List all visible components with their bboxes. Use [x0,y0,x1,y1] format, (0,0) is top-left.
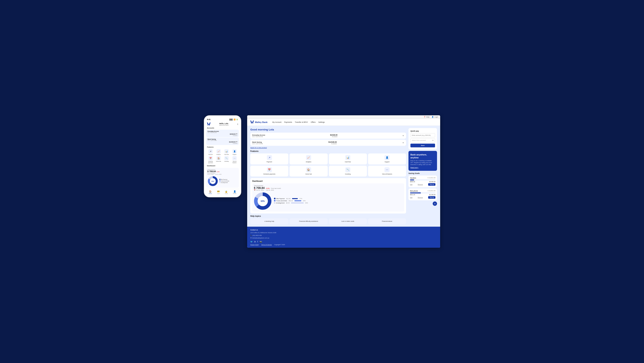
phone-account-saving[interactable]: Bank Saving ACC 1234 56789 $12348.00 👁 A… [206,137,239,145]
help-lost-cards[interactable]: Lost or stolen cards [329,218,367,225]
feature-investing[interactable]: 📉 Investing [329,166,367,176]
nav-offers[interactable]: Offers [311,121,316,123]
goal-vacation: Vacation 6 months left $500.00 $3,000.00… [408,175,437,187]
nav-my-account[interactable]: My Account [272,121,282,123]
feature-label-viewall: View all features [382,173,392,175]
phone-feature-homehub[interactable]: 🏠 Home hub [215,156,222,163]
phone-account-amount-1: $2348.00 👁 [208,133,238,135]
features-title: Features [250,150,406,152]
goal-vacation-edit[interactable]: Edit [410,184,412,185]
nav-logo-text: Walley Bank [255,121,268,123]
goal-vacation-topup[interactable]: Top up [428,183,436,186]
save-button[interactable]: Save [410,144,435,147]
phone-nav-card[interactable]: 💳 Card [217,190,220,194]
phone-nav-home[interactable]: 🏠 Home [209,190,212,194]
phone-time: 9:41 [207,118,210,120]
donut-chart: 63% [254,192,272,210]
phone-feature-viewall[interactable]: ⋯ View all features [231,156,238,163]
phone-feature-label-investing: Investing [224,161,229,162]
desktop-browser: ❓ Help 👤 Login Walley Bank My Account Pa… [247,115,440,248]
terms-of-service-link[interactable]: Terms Of Service [261,244,272,245]
account-eye-2[interactable]: 👁 [402,142,404,144]
promo-title: Bank anywhere, anytime [410,153,435,159]
feature-analytics[interactable]: 📈 Analytics [290,153,328,164]
feature-cashflow[interactable]: 📊 Cash flow [329,153,367,164]
privacy-policy-link[interactable]: Privacy Policy [250,244,259,245]
promo-card: Bank anywhere, anytime Easy to use, e-ba… [408,151,437,171]
phone-feature-schedule[interactable]: 📅 Schedule payments [207,156,214,163]
goal-vacation-name: Vacation [410,177,416,179]
feature-viewall[interactable]: ⋯ View all features [368,166,406,176]
goal-vacation-remove[interactable]: Remove [418,184,423,185]
feature-label-investing: Investing [345,173,350,175]
schedule-icon: 📅 [267,167,272,172]
help-financial-difficulty[interactable]: Financial difficulty assistance [290,218,328,225]
phone-feature-analytics[interactable]: 📈 Analytics [215,149,222,155]
feature-support[interactable]: 👤 Support [368,153,406,164]
account-everyday[interactable]: Everyday Access ACC 1234 56789 $2348.00 … [250,133,406,139]
help-financial-abuse[interactable]: Financial abuse [368,218,406,225]
phone-feature-cashflow[interactable]: 📊 Cash flow [223,149,230,155]
account-num-1: ACC 1234 56789 [252,136,265,137]
copyright-text: Copyright © 2025 [274,244,285,245]
signal-icon: ▌▌▌ [230,119,233,120]
phone-feature-support[interactable]: 👤 Support [231,149,238,155]
footer-address: 123 Collins St, Melbourne Victoria 3168 … [250,231,437,239]
help-icon: ❓ [424,116,426,118]
goal-phone-topup[interactable]: Top up [428,196,436,199]
account-eye-1[interactable]: 👁 [402,135,404,137]
phone-nav-goals-label: Goals [225,193,228,194]
linkedin-icon[interactable]: in [254,241,256,243]
footer-contact: Contact us 123 Collins St, Melbourne Vic… [250,229,437,239]
phone-nav-card-label: Card [217,193,220,194]
apply-link[interactable]: Apply for a new product [250,147,406,149]
account-saving[interactable]: Bank Saving ACC 1234 56789 $12348.00 Ava… [250,140,406,146]
phone-donut-chart: 63% [208,176,218,187]
phone-support-icon: 👤 [232,149,237,153]
amount-input[interactable] [410,133,435,137]
nav-settings[interactable]: Settings [318,121,325,123]
feature-homehub[interactable]: 🏠 Home hub [290,166,328,176]
phone-dashboard-card: Total Expenses $ 708.84 +5.8% From last … [206,168,239,188]
feature-schedule[interactable]: 📅 Schedule payments [250,166,288,176]
facebook-icon[interactable]: f [258,241,258,243]
add-goal-button[interactable]: + [433,201,437,206]
dashboard-inner: Total Expenses $ 708.84 +5.8% From last … [252,183,404,212]
nav-transfer[interactable]: Transfer & BPAY [295,121,308,123]
login-link[interactable]: 👤 Login [432,116,438,118]
phone-feature-payment[interactable]: ↗ Payment [207,149,214,155]
footer-email-text: hello@walleybank.com.au [252,237,269,239]
browser-top-bar: ❓ Help 👤 Login [247,115,440,119]
help-ebanking[interactable]: e-banking help [250,218,288,225]
goal-phone-name: New phone [410,190,418,192]
phone-account-everyday[interactable]: Everyday Access ACC 1234 56789 $2348.00 … [206,130,239,137]
left-panel: Good morning Lola Everyday Access ACC 12… [250,128,406,224]
greeting: Good morning Lola [250,128,406,131]
phone-account-status-1: Available [208,135,238,136]
phone-analytics-icon: 📈 [216,149,221,153]
expense-label: Total Expenses [254,185,402,186]
phone-features-title: Features [206,145,239,148]
twitter-icon[interactable]: 🐦 [250,241,253,243]
phone-nav-profile[interactable]: 👤 Profile [233,190,236,194]
feature-label-cashflow: Cash flow [345,161,351,163]
login-icon: 👤 [432,116,434,118]
phone-feature-investing[interactable]: 📉 Investing [223,156,230,163]
feature-payment[interactable]: ↗ Payment [250,153,288,164]
promo-read-more[interactable]: Read more › [410,167,435,168]
instagram-icon[interactable]: 📷 [260,241,262,243]
goal-phone-remove[interactable]: Remove [418,197,423,198]
phone-info-icon[interactable]: ℹ [237,123,238,125]
nav-logo[interactable]: Walley Bank [250,120,268,124]
footer-phone: 📞 (03) 9923 456 [250,234,437,237]
svg-text:63%: 63% [261,200,265,202]
phone-nav-goals[interactable]: 🔒 Goals [225,190,228,194]
goal-phone-edit[interactable]: Edit [410,197,412,198]
account-select[interactable]: Select from account [410,138,435,142]
help-link[interactable]: ❓ Help [424,116,429,118]
nav-payments[interactable]: Payments [284,121,292,123]
feature-label-schedule: Schedule payments [263,173,275,175]
phone-investing-icon: 📉 [224,156,229,160]
login-label: Login [434,116,438,118]
chart-legend: Bills Payment $12.46 17% Foods and Drink… [274,198,308,204]
